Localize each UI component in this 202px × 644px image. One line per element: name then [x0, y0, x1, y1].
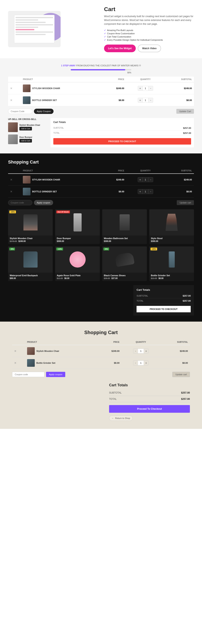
remove-item-icon[interactable]: ✕: [10, 98, 13, 102]
cart-row: ✕ Bottle Grinder Set $8.00 - + $8.00: [12, 357, 190, 369]
product-shape-shoes: [115, 252, 134, 267]
remove-item-icon[interactable]: ✕: [14, 350, 17, 353]
checkout-button-3[interactable]: Proceed to checkout: [109, 405, 190, 413]
product-card-name: Black Canvas Shoes: [104, 274, 145, 277]
qty-decrease[interactable]: -: [133, 349, 138, 353]
qty-input[interactable]: [142, 98, 148, 102]
product-price: $249.00: [102, 82, 126, 94]
feature-item: Every Possible Design Option for Individ…: [104, 39, 194, 41]
checkout-button[interactable]: PROCEED TO CHECKOUT: [53, 138, 191, 144]
subtotal-label: SUBTOTAL: [53, 127, 64, 129]
product-shape-stool: [166, 214, 178, 231]
product-card-price: $349.00 $249.00: [10, 240, 51, 242]
return-arrow-icon: ←: [112, 417, 114, 420]
price-new: $37.00: [111, 277, 118, 280]
qty-decrease[interactable]: +: [138, 189, 142, 194]
product-thumbnail: [23, 84, 31, 92]
remove-item-icon[interactable]: ✕: [10, 178, 13, 181]
qty-increase[interactable]: -: [148, 98, 153, 102]
qty-input[interactable]: [142, 189, 148, 194]
subtotal-row: SUBTOTAL $257.00: [53, 126, 191, 131]
quantity-control: + -: [138, 86, 153, 91]
product-subtotal: $249.00: [165, 174, 194, 186]
qty-increase[interactable]: -: [148, 86, 153, 90]
total-label-3: TOTAL: [109, 398, 117, 400]
mockup-line: [16, 22, 46, 23]
coupon-input-3[interactable]: [12, 372, 45, 377]
qty-input[interactable]: [138, 349, 144, 353]
product-card-name: Waterproof Emil Backpack: [10, 274, 51, 277]
hero-description: WooCart widget is exclusively built for …: [104, 14, 194, 26]
cart-totals-section: Cart Totals SUBTOTAL $257.00 TOTAL $257.…: [51, 118, 194, 148]
return-to-shop-button[interactable]: ← Return to Shop: [109, 416, 133, 421]
cart-row: ✕ BOTTLE GRINDER SET $8.00 + - $8.00: [8, 94, 194, 106]
product-card-price: $300.00: [104, 240, 145, 242]
product-card-price: $300.00: [57, 240, 98, 242]
dark-subtotal-label: SUBTOTAL: [137, 294, 148, 297]
cart-table-2: PRODUCT PRICE QUANTITY SUBTOTAL ✕ STYLIS…: [8, 168, 194, 198]
product-thumbnail: [27, 347, 35, 355]
qty-increase[interactable]: -: [148, 189, 153, 194]
product-thumbnail: [23, 176, 31, 184]
dark-cart-totals: Cart Totals SUBTOTAL $257.00 TOTAL $257.…: [133, 285, 194, 316]
product-badge: -13%: [56, 248, 63, 250]
upsell-title: UP-SELL OR CROSS-SELL: [8, 118, 45, 120]
update-cart-button-3[interactable]: Update cart: [172, 372, 190, 377]
qty-decrease[interactable]: +: [138, 86, 142, 90]
remove-item-icon[interactable]: ✕: [10, 87, 13, 90]
dark-subtotal-row: SUBTOTAL $257.00: [137, 293, 191, 298]
product-shape-chair: [24, 214, 38, 230]
video-button[interactable]: Watch Video: [138, 44, 161, 52]
upsell-add-to-cart[interactable]: Add to Cart: [19, 127, 32, 130]
qty-decrease[interactable]: +: [138, 178, 142, 182]
qty-increase[interactable]: +: [144, 361, 148, 365]
coupon-input[interactable]: [8, 109, 32, 114]
apply-coupon-button-2[interactable]: Apply coupon: [34, 200, 53, 205]
coupon-input-2[interactable]: [8, 200, 32, 205]
product-badge: Out Of Stock: [56, 210, 70, 213]
qty-input[interactable]: [138, 361, 144, 365]
col-subtotal: Subtotal: [160, 339, 190, 345]
update-cart-button-2[interactable]: Update cart: [177, 200, 194, 205]
product-card: -25% Stylish Wooden Chair $349.00 $249.0…: [8, 209, 53, 244]
widget-button[interactable]: Let's See the Widget: [104, 44, 136, 52]
price-old: $10.00: [151, 277, 157, 280]
product-price: $8.00: [97, 357, 121, 369]
qty-input[interactable]: [142, 178, 148, 182]
cart-row: ✕ STYLISH WOODEN CHAIR $249.00 + - $249.…: [8, 82, 194, 94]
qty-decrease[interactable]: +: [138, 98, 142, 102]
remove-item-icon[interactable]: ✕: [14, 361, 17, 364]
apply-coupon-button[interactable]: Apply Coupon: [34, 109, 54, 114]
hero-buttons: Let's See the Widget Watch Video: [104, 44, 194, 52]
qty-increase[interactable]: -: [148, 178, 153, 182]
progress-percent: 90%: [71, 72, 131, 74]
quantity-control: - +: [133, 348, 148, 354]
subtotal-amount: $257.00: [183, 127, 191, 129]
qty-increase[interactable]: +: [144, 349, 148, 353]
cart-actions-2: Apply coupon Update cart: [8, 200, 194, 205]
product-card-image: [149, 209, 194, 236]
coupon-area-3: Apply coupon: [12, 372, 65, 377]
mockup-line: [16, 34, 46, 35]
product-card-image: -5%: [102, 246, 147, 272]
apply-coupon-button-3[interactable]: Apply coupon: [46, 372, 65, 377]
price-new: $8.00: [158, 277, 163, 280]
cart-totals-title: Cart Totals: [53, 121, 191, 124]
hero-mockup: [8, 11, 61, 47]
upsell-add-to-cart[interactable]: Add to Cart: [19, 139, 32, 142]
product-card-name: Door Bumper: [57, 237, 98, 240]
coupon-area: Apply Coupon: [8, 109, 54, 114]
col-product: Product: [25, 339, 97, 345]
qty-input[interactable]: [142, 86, 148, 90]
update-cart-button[interactable]: Update Cart: [176, 109, 194, 114]
product-subtotal: $8.00: [165, 94, 194, 106]
dark-checkout-button[interactable]: PROCEED TO CHECKOUT: [137, 306, 191, 312]
qty-decrease[interactable]: -: [133, 361, 138, 365]
product-card: -29% Bottle Grinder Set $10.00 $8.00: [149, 246, 194, 281]
mockup-line: [16, 24, 53, 26]
total-label: TOTAL: [53, 132, 60, 134]
product-card-image: [102, 209, 147, 236]
remove-item-icon[interactable]: ✕: [10, 190, 13, 193]
feature-item: Cart Total Customization: [104, 36, 194, 38]
progress-highlight: 1 STEP AWAY: [61, 64, 76, 67]
